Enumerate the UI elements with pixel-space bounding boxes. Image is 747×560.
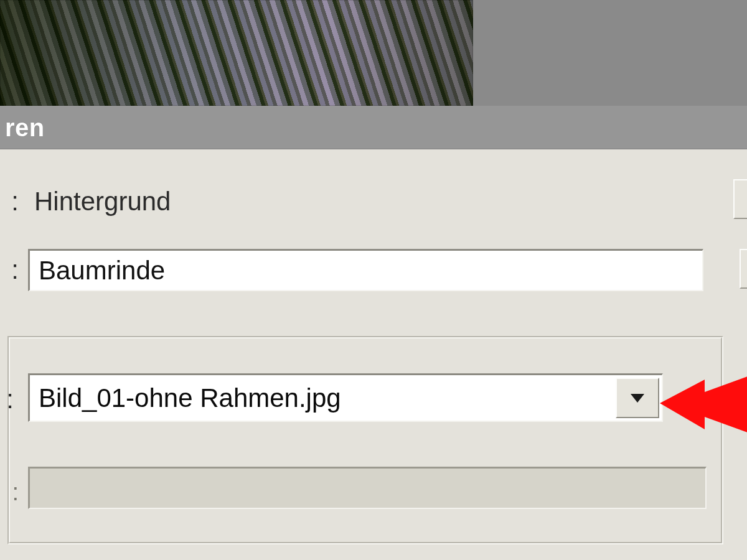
document-dropdown-selected: Bild_01-ohne Rahmen.jpg bbox=[30, 383, 613, 413]
pattern-name-input-text: Baumrinde bbox=[39, 256, 165, 285]
image-thumbnail bbox=[0, 0, 473, 106]
dialog-button-stub-1[interactable] bbox=[733, 179, 747, 219]
secondary-input-disabled bbox=[28, 467, 707, 509]
background-label-fragment: : bbox=[0, 187, 19, 217]
name-label-fragment: : bbox=[0, 255, 19, 285]
dialog-titlebar: ren bbox=[0, 106, 747, 149]
svg-marker-0 bbox=[631, 394, 644, 403]
background-value: Hintergrund bbox=[34, 187, 171, 217]
dialog-body: : Hintergrund : Baumrinde : Bild_01-ohne… bbox=[0, 149, 747, 560]
document-label-fragment: : bbox=[0, 385, 14, 414]
document-dropdown-button[interactable] bbox=[616, 378, 659, 418]
document-dropdown[interactable]: Bild_01-ohne Rahmen.jpg bbox=[28, 373, 663, 422]
secondary-label-fragment: : bbox=[0, 479, 16, 506]
destination-groupbox bbox=[7, 336, 723, 544]
image-preview-area bbox=[0, 0, 747, 106]
chevron-down-icon bbox=[631, 394, 644, 403]
pattern-name-input[interactable]: Baumrinde bbox=[28, 249, 703, 291]
dialog-title-text: ren bbox=[5, 114, 45, 141]
image-preview-background bbox=[473, 0, 747, 106]
dialog-button-stub-2[interactable] bbox=[740, 249, 747, 289]
